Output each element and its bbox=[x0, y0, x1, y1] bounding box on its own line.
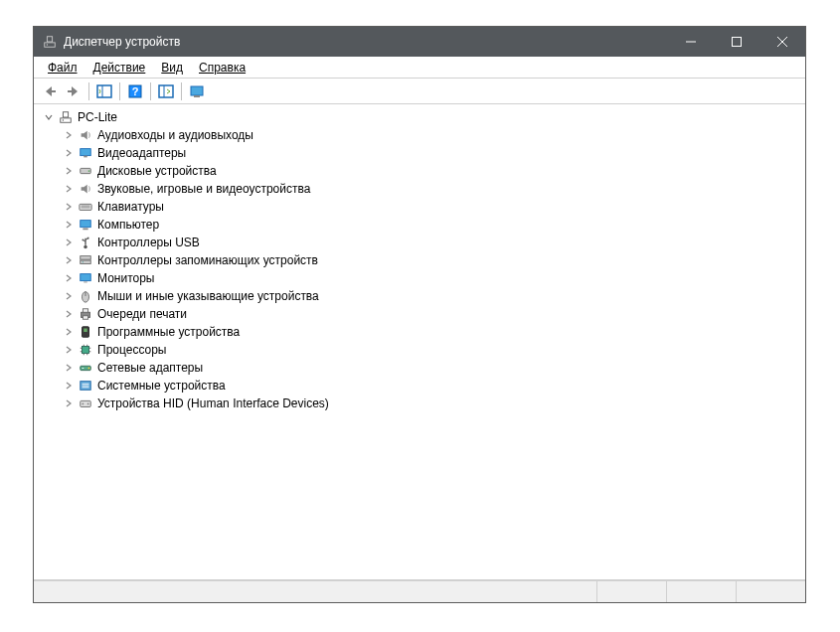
tree-category-label: Сетевые адаптеры bbox=[97, 361, 203, 375]
window-title: Диспетчер устройств bbox=[64, 35, 668, 49]
expand-icon[interactable] bbox=[62, 361, 76, 375]
computer-icon bbox=[78, 217, 93, 233]
expand-icon[interactable] bbox=[62, 146, 76, 160]
tree-category-label: Компьютер bbox=[97, 218, 159, 232]
scan-hardware-button[interactable] bbox=[154, 80, 178, 102]
expand-icon[interactable] bbox=[62, 343, 76, 357]
minimize-button[interactable] bbox=[668, 27, 714, 57]
svg-point-63 bbox=[87, 403, 89, 405]
menubar: Файл Действие Вид Справка bbox=[34, 57, 805, 79]
mouse-icon bbox=[78, 288, 93, 304]
svg-point-23 bbox=[88, 170, 90, 172]
tree-category-label: Видеоадаптеры bbox=[97, 146, 186, 160]
expand-icon[interactable] bbox=[62, 253, 76, 267]
status-cell bbox=[596, 581, 666, 602]
svg-rect-32 bbox=[87, 237, 89, 239]
system-icon bbox=[78, 378, 93, 394]
tree-root-label: PC-Lite bbox=[78, 110, 117, 124]
svg-rect-41 bbox=[83, 309, 87, 313]
svg-rect-37 bbox=[84, 282, 87, 283]
storage-icon bbox=[78, 252, 93, 268]
usb-icon bbox=[78, 235, 93, 250]
tree-category-row[interactable]: Очереди печати bbox=[62, 305, 805, 323]
expand-icon[interactable] bbox=[62, 182, 76, 196]
menu-help[interactable]: Справка bbox=[191, 59, 253, 77]
toolbar-separator bbox=[88, 82, 89, 100]
window-controls bbox=[668, 27, 805, 57]
tree-category-label: Мониторы bbox=[97, 271, 154, 285]
toolbar-separator bbox=[181, 82, 182, 100]
svg-point-29 bbox=[84, 245, 87, 249]
close-button[interactable] bbox=[759, 27, 805, 57]
expand-icon[interactable] bbox=[62, 379, 76, 393]
svg-rect-28 bbox=[83, 229, 87, 231]
tree-category-row[interactable]: Мыши и иные указывающие устройства bbox=[62, 287, 805, 305]
menu-view[interactable]: Вид bbox=[153, 59, 191, 77]
expand-icon[interactable] bbox=[62, 218, 76, 232]
expand-icon[interactable] bbox=[62, 128, 76, 142]
tree-root-row[interactable]: PC-Lite bbox=[42, 108, 805, 126]
menu-file[interactable]: Файл bbox=[40, 59, 85, 77]
expand-icon[interactable] bbox=[62, 307, 76, 321]
expand-icon[interactable] bbox=[62, 396, 76, 410]
svg-point-35 bbox=[83, 261, 84, 262]
svg-text:?: ? bbox=[132, 85, 139, 97]
tree-category-row[interactable]: Контроллеры запоминающих устройств bbox=[62, 251, 805, 269]
maximize-button[interactable] bbox=[714, 27, 759, 57]
device-tree[interactable]: PC-Lite Аудиовходы и аудиовыходыВидеоада… bbox=[34, 104, 805, 580]
tree-category-row[interactable]: Клавиатуры bbox=[62, 198, 805, 216]
disk-icon bbox=[78, 163, 93, 179]
svg-rect-36 bbox=[81, 274, 91, 281]
svg-point-2 bbox=[47, 44, 48, 45]
tree-category-label: Программные устройства bbox=[97, 325, 240, 339]
tree-category-row[interactable]: Звуковые, игровые и видеоустройства bbox=[62, 180, 805, 198]
svg-rect-17 bbox=[61, 118, 72, 122]
status-cell bbox=[736, 581, 805, 602]
tree-category-label: Контроллеры USB bbox=[97, 236, 200, 249]
tree-category-label: Дисковые устройства bbox=[97, 164, 217, 178]
tree-category-row[interactable]: Видеоадаптеры bbox=[62, 144, 805, 162]
expand-icon[interactable] bbox=[62, 236, 76, 249]
expand-icon[interactable] bbox=[62, 271, 76, 285]
tree-category-row[interactable]: Аудиовходы и аудиовыходы bbox=[62, 126, 805, 144]
svg-rect-55 bbox=[83, 368, 84, 369]
expand-icon[interactable] bbox=[62, 200, 76, 214]
status-cell bbox=[666, 581, 736, 602]
tree-category-row[interactable]: Дисковые устройства bbox=[62, 162, 805, 180]
svg-rect-45 bbox=[83, 347, 89, 354]
cpu-icon bbox=[78, 342, 93, 358]
tree-category-row[interactable]: Процессоры bbox=[62, 341, 805, 359]
tree-category-row[interactable]: Мониторы bbox=[62, 269, 805, 287]
titlebar[interactable]: Диспетчер устройств bbox=[34, 27, 805, 57]
tree-category-row[interactable]: Сетевые адаптеры bbox=[62, 359, 805, 377]
keyboard-icon bbox=[78, 199, 93, 215]
svg-rect-4 bbox=[733, 38, 742, 47]
tree-category-row[interactable]: Контроллеры USB bbox=[62, 234, 805, 251]
expand-icon[interactable] bbox=[62, 289, 76, 303]
collapse-icon[interactable] bbox=[42, 110, 56, 124]
computer-root-icon bbox=[58, 109, 74, 125]
svg-rect-42 bbox=[83, 316, 87, 320]
show-hide-tree-button[interactable] bbox=[92, 80, 116, 102]
expand-icon[interactable] bbox=[62, 325, 76, 339]
audio-icon bbox=[78, 127, 93, 143]
expand-icon[interactable] bbox=[62, 164, 76, 178]
toolbar-separator bbox=[150, 82, 151, 100]
properties-button[interactable] bbox=[185, 80, 209, 102]
svg-point-19 bbox=[63, 119, 64, 120]
tree-category-row[interactable]: Программные устройства bbox=[62, 323, 805, 341]
tree-category-label: Контроллеры запоминающих устройств bbox=[97, 253, 318, 267]
tree-category-row[interactable]: Устройства HID (Human Interface Devices) bbox=[62, 395, 805, 412]
svg-rect-9 bbox=[97, 85, 111, 97]
tree-category-row[interactable]: Компьютер bbox=[62, 216, 805, 234]
help-button[interactable]: ? bbox=[123, 80, 147, 102]
forward-button[interactable] bbox=[62, 80, 85, 102]
svg-rect-0 bbox=[45, 43, 56, 47]
menu-action[interactable]: Действие bbox=[85, 59, 154, 77]
svg-rect-16 bbox=[194, 95, 200, 97]
back-button[interactable] bbox=[38, 80, 62, 102]
hid-icon bbox=[78, 395, 93, 411]
statusbar bbox=[34, 580, 805, 602]
app-icon bbox=[42, 34, 58, 50]
tree-category-row[interactable]: Системные устройства bbox=[62, 377, 805, 395]
